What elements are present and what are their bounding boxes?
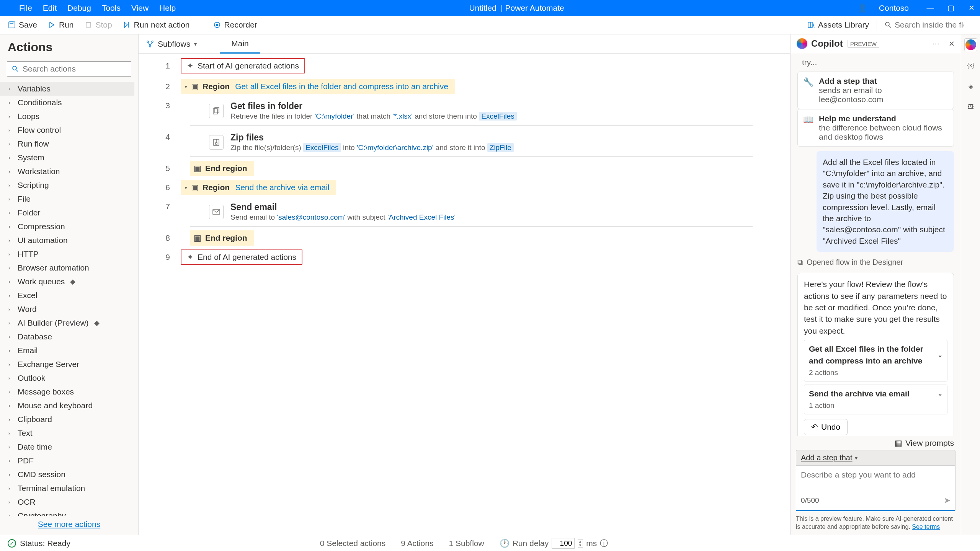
action-category[interactable]: ›System xyxy=(0,151,134,165)
rail-copilot-button[interactable] xyxy=(964,38,977,51)
undo-button[interactable]: ↶ Undo xyxy=(804,419,848,435)
actions-panel: Actions ›Variables›Conditionals›Loops›Fl… xyxy=(0,34,139,535)
action-category[interactable]: ›Flow control xyxy=(0,123,134,137)
flow-step[interactable]: ▣End region xyxy=(181,161,782,176)
minimize-button[interactable]: — xyxy=(926,3,935,12)
view-prompts-button[interactable]: ▦ View prompts xyxy=(791,436,961,450)
flow-step[interactable]: Send emailSend email to 'sales@contoso.c… xyxy=(181,199,782,227)
action-category[interactable]: ›CMD session xyxy=(0,468,134,481)
action-block[interactable]: Zip filesZip the file(s)/folder(s) Excel… xyxy=(190,129,753,157)
actions-search-input[interactable] xyxy=(23,64,126,73)
menu-file[interactable]: File xyxy=(19,3,32,13)
action-category[interactable]: ›Email xyxy=(0,344,134,357)
sparkle-icon: ✦ xyxy=(187,253,194,262)
action-category[interactable]: ›Database xyxy=(0,330,134,344)
actions-search[interactable] xyxy=(7,61,131,77)
recorder-button[interactable]: Recorder xyxy=(213,20,257,29)
menu-edit[interactable]: Edit xyxy=(43,3,57,13)
flow-canvas[interactable]: 1✦Start of AI generated actions2▾▣Region… xyxy=(139,54,790,535)
delay-down[interactable]: ▾ xyxy=(578,543,583,547)
action-category[interactable]: ›Work queues◆ xyxy=(0,275,134,289)
action-category[interactable]: ›Mouse and keyboard xyxy=(0,399,134,412)
actions-category-list[interactable]: ›Variables›Conditionals›Loops›Flow contr… xyxy=(0,82,138,516)
action-category[interactable]: ›Variables xyxy=(0,82,134,96)
flow-step[interactable]: ▣End region xyxy=(181,230,782,246)
action-category[interactable]: ›Workstation xyxy=(0,165,134,178)
flow-step[interactable]: ✦Start of AI generated actions xyxy=(181,58,782,75)
run-button[interactable]: Run xyxy=(48,20,74,29)
send-button[interactable]: ➤ xyxy=(944,496,951,505)
premium-icon: ◆ xyxy=(94,319,100,327)
action-category[interactable]: ›Compression xyxy=(0,220,134,233)
action-category[interactable]: ›Terminal emulation xyxy=(0,481,134,495)
end-region[interactable]: ▣End region xyxy=(190,230,254,246)
rail-variables-button[interactable]: {x} xyxy=(964,59,977,72)
action-category[interactable]: ›Message boxes xyxy=(0,385,134,399)
action-category[interactable]: ›AI Builder (Preview)◆ xyxy=(0,316,134,330)
action-category[interactable]: ›Exchange Server xyxy=(0,357,134,371)
action-block[interactable]: Send emailSend email to 'sales@contoso.c… xyxy=(190,199,753,227)
subflows-dropdown[interactable]: Subflows ▾ xyxy=(146,39,197,49)
maximize-button[interactable]: ▢ xyxy=(946,3,956,12)
flow-step[interactable]: ▾▣Region Get all Excel files in the fold… xyxy=(181,79,782,94)
close-button[interactable]: ✕ xyxy=(967,3,976,12)
action-category[interactable]: ›File xyxy=(0,192,134,206)
see-terms-link[interactable]: See terms xyxy=(912,523,940,530)
region-header[interactable]: ▾▣Region Get all Excel files in the fold… xyxy=(181,79,455,94)
action-category[interactable]: ›Outlook xyxy=(0,371,134,385)
copilot-close-button[interactable]: ✕ xyxy=(949,39,955,48)
action-category[interactable]: ›Text xyxy=(0,426,134,440)
suggestion-card[interactable]: 📖Help me understandthe difference betwee… xyxy=(797,109,954,147)
action-category[interactable]: ›Cryptography xyxy=(0,509,134,516)
action-category[interactable]: ›Conditionals xyxy=(0,96,134,109)
flow-step[interactable]: ✦End of AI generated actions xyxy=(181,249,782,266)
account-name[interactable]: Contoso xyxy=(879,3,909,13)
svg-point-14 xyxy=(152,41,153,42)
info-icon[interactable]: ⓘ xyxy=(600,538,608,549)
flow-step[interactable]: Get files in folderRetrieve the files in… xyxy=(181,98,782,126)
action-category[interactable]: ›Loops xyxy=(0,109,134,123)
action-category[interactable]: ›Scripting xyxy=(0,178,134,192)
rail-ui-elements-button[interactable]: ◈ xyxy=(964,80,977,93)
flow-step[interactable]: Zip filesZip the file(s)/folder(s) Excel… xyxy=(181,129,782,157)
action-category[interactable]: ›UI automation xyxy=(0,233,134,247)
copilot-conversation[interactable]: try... 🔧Add a step thatsends an email to… xyxy=(791,53,961,436)
flow-step[interactable]: ▾▣Region Send the archive via email xyxy=(181,180,782,195)
end-region[interactable]: ▣End region xyxy=(190,161,254,176)
reply-section[interactable]: Send the archive via email⌄1 action xyxy=(804,385,947,414)
action-category[interactable]: ›HTTP xyxy=(0,247,134,261)
action-category[interactable]: ›Browser automation xyxy=(0,261,134,275)
action-category[interactable]: ›OCR xyxy=(0,495,134,509)
action-category[interactable]: ›Excel xyxy=(0,289,134,302)
menu-debug[interactable]: Debug xyxy=(67,3,91,13)
copilot-header: Copilot PREVIEW ⋯ ✕ xyxy=(791,34,961,53)
reply-section[interactable]: Get all Excel files in the folder and co… xyxy=(804,340,947,381)
action-category[interactable]: ›PDF xyxy=(0,454,134,468)
action-category[interactable]: ›Date time xyxy=(0,440,134,454)
assets-library-button[interactable]: Assets Library xyxy=(807,20,869,29)
run-delay-input[interactable] xyxy=(552,538,575,549)
action-category[interactable]: ›Clipboard xyxy=(0,412,134,426)
see-more-actions-link[interactable]: See more actions xyxy=(38,520,100,528)
category-label: Outlook xyxy=(18,373,45,383)
action-category[interactable]: ›Folder xyxy=(0,206,134,220)
run-next-button[interactable]: Run next action xyxy=(123,20,190,29)
action-block[interactable]: Get files in folderRetrieve the files in… xyxy=(190,98,753,126)
tab-main[interactable]: Main xyxy=(220,34,260,54)
delay-up[interactable]: ▴ xyxy=(578,540,583,543)
input-mode-dropdown[interactable]: Add a step that ▾ xyxy=(796,450,956,465)
action-category[interactable]: ›Word xyxy=(0,302,134,316)
rail-images-button[interactable]: 🖼 xyxy=(964,100,977,113)
suggestion-card[interactable]: 🔧Add a step thatsends an email to lee@co… xyxy=(797,72,954,109)
search-flow[interactable] xyxy=(877,20,972,29)
run-delay-control[interactable]: 🕐 Run delay ▴▾ ms ⓘ xyxy=(500,538,608,549)
copilot-more-button[interactable]: ⋯ xyxy=(932,39,939,48)
region-header[interactable]: ▾▣Region Send the archive via email xyxy=(181,180,336,195)
save-button[interactable]: Save xyxy=(8,20,37,29)
copilot-input[interactable] xyxy=(801,470,951,496)
menu-view[interactable]: View xyxy=(131,3,149,13)
menu-help[interactable]: Help xyxy=(159,3,176,13)
menu-tools[interactable]: Tools xyxy=(102,3,121,13)
action-category[interactable]: ›Run flow xyxy=(0,137,134,151)
search-flow-input[interactable] xyxy=(895,20,964,29)
